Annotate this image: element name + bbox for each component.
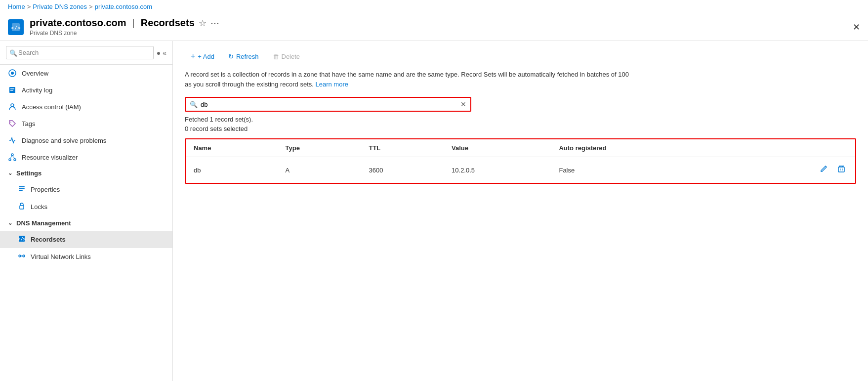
visualizer-label: Resource visualizer — [22, 154, 78, 161]
delete-row-button[interactable] — [833, 163, 849, 177]
add-button[interactable]: + + Add — [185, 49, 220, 64]
svg-point-7 — [11, 104, 14, 107]
learn-more-link[interactable]: Learn more — [315, 81, 348, 88]
add-icon: + — [191, 52, 195, 61]
more-options-button[interactable]: ⋯ — [210, 18, 220, 29]
delete-button[interactable]: 🗑 Delete — [267, 50, 306, 63]
cell-actions — [725, 157, 855, 183]
main-layout: 🔍 ● « Overview Activity log Access contr… — [0, 41, 868, 381]
sidebar-collapse-icon[interactable]: « — [163, 49, 166, 57]
sidebar-item-recordsets[interactable]: </> Recordsets — [0, 231, 172, 248]
breadcrumb-dns-zones[interactable]: Private DNS zones — [33, 3, 87, 10]
svg-rect-6 — [10, 90, 13, 91]
sidebar-item-iam[interactable]: Access control (IAM) — [0, 98, 172, 115]
edit-button[interactable] — [816, 163, 831, 177]
tags-label: Tags — [22, 120, 35, 127]
sidebar-item-activity-log[interactable]: Activity log — [0, 82, 172, 98]
sidebar-item-properties[interactable]: Properties — [0, 181, 172, 198]
sidebar-item-resource-visualizer[interactable]: Resource visualizer — [0, 149, 172, 166]
svg-rect-17 — [20, 206, 24, 209]
delete-label: Delete — [282, 53, 300, 60]
cell-auto-registered: False — [551, 157, 725, 183]
col-header-auto-registered: Auto registered — [551, 139, 725, 157]
dns-section-label: DNS Management — [16, 219, 71, 227]
add-label: + Add — [198, 53, 214, 60]
page-title: Recordsets — [141, 17, 195, 29]
sidebar-item-diagnose[interactable]: Diagnose and solve problems — [0, 132, 172, 149]
info-text-content: A record set is a collection of records … — [185, 71, 629, 88]
settings-section-label: Settings — [16, 169, 41, 177]
title-separator: | — [132, 17, 135, 29]
sidebar-search-icon: 🔍 — [9, 49, 17, 56]
diagnose-icon — [8, 136, 17, 145]
top-bar: </> private.contoso.com | Recordsets ☆ ⋯… — [0, 13, 868, 41]
svg-text:</>: </> — [18, 237, 26, 242]
col-header-name: Name — [186, 139, 278, 157]
filter-input[interactable] — [201, 101, 457, 108]
content-area: + + Add ↻ Refresh 🗑 Delete A record set … — [173, 41, 868, 381]
dns-section-header[interactable]: ⌄ DNS Management — [0, 215, 172, 231]
cell-type: A — [278, 157, 361, 183]
dns-chevron: ⌄ — [8, 220, 12, 226]
refresh-button[interactable]: ↻ Refresh — [222, 50, 265, 63]
filter-box: 🔍 ✕ — [185, 97, 471, 112]
visualizer-icon — [8, 153, 17, 162]
refresh-icon: ↻ — [228, 53, 234, 60]
svg-point-11 — [14, 159, 16, 161]
activity-log-icon — [8, 85, 17, 94]
svg-line-12 — [10, 156, 12, 159]
settings-chevron: ⌄ — [8, 170, 12, 176]
svg-point-3 — [11, 72, 14, 75]
breadcrumb-sep-2: > — [89, 3, 93, 10]
sidebar-search-row: 🔍 ● « — [0, 41, 172, 65]
breadcrumb-home[interactable]: Home — [8, 3, 25, 10]
cell-value: 10.2.0.5 — [444, 157, 551, 183]
favorite-button[interactable]: ☆ — [199, 18, 207, 29]
svg-point-24 — [24, 256, 24, 256]
sidebar-item-virtual-network-links[interactable]: Virtual Network Links — [0, 248, 172, 265]
sidebar-item-locks[interactable]: Locks — [0, 198, 172, 215]
close-button[interactable]: ✕ — [853, 22, 860, 33]
resource-icon: </> — [8, 19, 24, 35]
overview-icon — [8, 69, 17, 78]
overview-label: Overview — [22, 70, 48, 77]
resource-subtitle: Private DNS zone — [30, 30, 853, 37]
col-header-value: Value — [444, 139, 551, 157]
recordsets-label: Recordsets — [31, 236, 66, 243]
tags-icon — [8, 119, 17, 128]
virtual-network-links-icon — [18, 252, 26, 261]
sidebar: 🔍 ● « Overview Activity log Access contr… — [0, 41, 173, 381]
refresh-label: Refresh — [236, 53, 259, 60]
sidebar-search-input[interactable] — [6, 46, 154, 59]
svg-rect-15 — [19, 188, 25, 189]
breadcrumb-sep-1: > — [27, 3, 31, 10]
locks-label: Locks — [31, 203, 47, 211]
virtual-network-links-label: Virtual Network Links — [31, 253, 91, 260]
sidebar-settings-icon[interactable]: ● — [157, 49, 161, 57]
svg-text:</>: </> — [11, 25, 21, 31]
info-text: A record set is a collection of records … — [185, 70, 629, 89]
records-table-container: Name Type TTL Value Auto registered db A… — [185, 138, 856, 184]
svg-point-23 — [20, 256, 20, 256]
table-row: db A 3600 10.2.0.5 False — [186, 157, 855, 183]
fetched-status: Fetched 1 record set(s). — [185, 116, 856, 123]
toolbar: + + Add ↻ Refresh 🗑 Delete — [185, 49, 856, 64]
svg-rect-14 — [19, 186, 25, 187]
properties-label: Properties — [31, 186, 60, 193]
svg-rect-5 — [10, 88, 14, 89]
filter-clear-button[interactable]: ✕ — [460, 100, 466, 108]
selected-status: 0 record sets selected — [185, 125, 856, 132]
svg-point-9 — [11, 154, 13, 156]
locks-icon — [18, 202, 26, 212]
title-area: private.contoso.com | Recordsets ☆ ⋯ Pri… — [30, 17, 853, 37]
resource-name: private.contoso.com — [30, 17, 126, 29]
sidebar-item-overview[interactable]: Overview — [0, 65, 172, 82]
breadcrumb-resource[interactable]: private.contoso.com — [95, 3, 152, 10]
col-header-actions — [725, 139, 855, 157]
records-table: Name Type TTL Value Auto registered db A… — [186, 139, 855, 183]
svg-line-13 — [12, 156, 15, 159]
diagnose-label: Diagnose and solve problems — [22, 137, 106, 144]
svg-rect-16 — [19, 190, 23, 191]
settings-section-header[interactable]: ⌄ Settings — [0, 166, 172, 181]
sidebar-item-tags[interactable]: Tags — [0, 115, 172, 132]
